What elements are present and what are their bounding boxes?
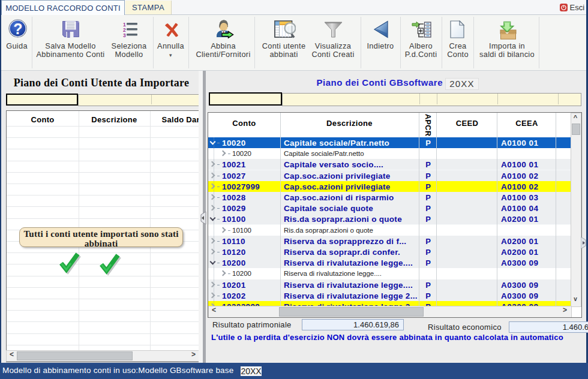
svg-text:?: ? <box>13 20 22 37</box>
svg-text:3: 3 <box>123 32 126 38</box>
